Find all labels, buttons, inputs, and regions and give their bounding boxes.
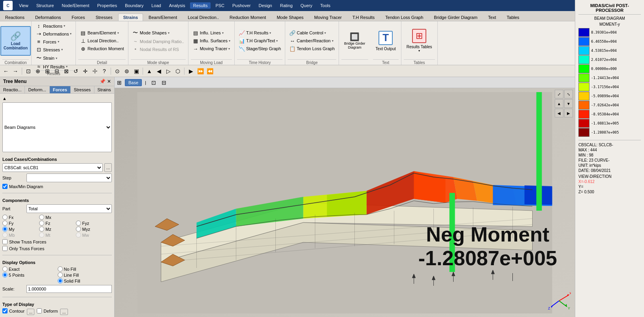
stresses-button[interactable]: ⊡ Stresses ▾	[34, 46, 73, 53]
tree-tab-deform[interactable]: Deform...	[25, 86, 49, 93]
tab-time-history[interactable]: T.H Results	[347, 13, 380, 21]
beam-diagrams-select[interactable]: Beam Diagrams	[2, 102, 112, 152]
radio-no-fill-input[interactable]	[58, 266, 63, 272]
tree-tab-reactions[interactable]: Reactio...	[0, 86, 25, 93]
load-case-browse-button[interactable]: ...	[104, 163, 112, 172]
only-truss-checkbox[interactable]	[2, 246, 8, 251]
tab-deformations[interactable]: Deformations	[30, 13, 66, 21]
radio-myz-input[interactable]	[76, 226, 81, 232]
max-min-checkbox[interactable]	[2, 184, 8, 189]
tab-tables[interactable]: Tables	[502, 13, 525, 21]
move-button[interactable]: ✛	[81, 67, 90, 75]
radio-mz-input[interactable]	[39, 226, 44, 232]
viewport-icon-2[interactable]: ⊟	[160, 78, 168, 87]
deform-settings-button[interactable]: ...	[60, 309, 68, 315]
view-top-button[interactable]: ▲	[145, 67, 154, 75]
radio-solid-fill-input[interactable]	[58, 278, 63, 283]
tab-reduction-moment[interactable]: Reduction Moment	[224, 13, 271, 21]
radio-exact-input[interactable]	[2, 266, 8, 272]
tree-tab-forces[interactable]: Forces	[50, 86, 71, 93]
tab-forces[interactable]: Forces	[66, 13, 90, 21]
step-select[interactable]	[26, 174, 112, 182]
load-combination-button[interactable]: 🔗 LoadCombination	[0, 26, 31, 56]
radio-5points-input[interactable]	[2, 272, 8, 277]
results-tables-button[interactable]: ⊞ Results Tables ▾	[404, 26, 435, 56]
menu-view[interactable]: View	[16, 2, 32, 9]
mode-shapes-button[interactable]: 〜 Mode Shapes ▾	[131, 28, 186, 37]
tab-text[interactable]: Text	[483, 13, 501, 21]
radio-fyz-input[interactable]	[76, 221, 81, 226]
beam-element-button[interactable]: ▤ Beam/Element ▾	[78, 29, 125, 37]
redo-button[interactable]: →	[11, 67, 20, 75]
nav-top-button[interactable]: ▲	[555, 99, 563, 108]
moving-tracer-button[interactable]: → Moving Tracer ▾	[191, 45, 232, 53]
tab-strains[interactable]: Strains	[118, 13, 143, 21]
strain-button[interactable]: 〜 Strain ▾	[34, 54, 73, 62]
menu-design[interactable]: Design	[256, 2, 275, 9]
tab-local-direction[interactable]: Local Direction..	[183, 13, 224, 21]
camber-reaction-button[interactable]: ↔ Camber/Reaction ▾	[288, 37, 336, 45]
step-forward-button[interactable]: ⏩	[196, 67, 205, 75]
tab-bridge-girder[interactable]: Bridge Girder Diagram	[429, 13, 482, 21]
stage-step-button[interactable]: 📉 Stage/Step Graph	[237, 45, 282, 53]
deformations-button[interactable]: ⇢ Deformations ▾	[34, 30, 73, 38]
radio-fz-input[interactable]	[39, 221, 44, 226]
zoom-in-button[interactable]: ⊕	[34, 67, 42, 75]
tree-pin-button[interactable]: 📌	[100, 79, 105, 84]
menu-psc[interactable]: PSC	[212, 2, 228, 9]
menu-node-element[interactable]: Node/Element	[58, 2, 92, 9]
tab-mode-shapes[interactable]: Mode Shapes	[271, 13, 309, 21]
forces-button[interactable]: ≡ Forces ▾	[34, 38, 73, 45]
contour-checkbox[interactable]	[2, 308, 8, 313]
base-view-button[interactable]: Base	[125, 79, 142, 86]
step-back-button[interactable]: ⏪	[205, 67, 214, 75]
th-results-button[interactable]: 📈 T.H Results ▾	[237, 29, 282, 37]
rotate-button[interactable]: ↺	[72, 67, 80, 75]
radio-fx-input[interactable]	[2, 215, 8, 220]
menu-properties[interactable]: Properties	[94, 2, 120, 9]
reactions-button[interactable]: ↕ Reactions ▾	[34, 22, 73, 30]
load-case-select[interactable]: CBSCall: scLCB1	[2, 163, 103, 172]
node-button[interactable]: ⊙	[113, 67, 122, 75]
menu-analysis[interactable]: Analysis	[166, 2, 188, 9]
radio-line-fill-input[interactable]	[58, 272, 63, 277]
select-button[interactable]: ⊡	[24, 67, 33, 75]
view-front-button[interactable]: ◀	[154, 67, 163, 75]
element-button[interactable]: ⊚	[122, 67, 131, 75]
menu-rating[interactable]: Rating	[277, 2, 296, 9]
menu-structure[interactable]: Structure	[33, 2, 57, 9]
tree-close-button[interactable]: ✕	[107, 79, 111, 84]
radio-my-input[interactable]	[2, 226, 8, 232]
deform-checkbox[interactable]	[37, 308, 42, 313]
reduction-moment-button[interactable]: ⊕ Reduction Moment	[78, 45, 125, 53]
radio-fy-input[interactable]	[2, 221, 8, 226]
query-button[interactable]: ?	[100, 67, 109, 75]
viewport-icon-1[interactable]: ⊡	[149, 78, 158, 87]
pan-button[interactable]: ☩	[90, 67, 99, 75]
view-iso-button[interactable]: ⬡	[173, 67, 182, 75]
th-graph-button[interactable]: 📊 T.H Graph/Text ▾	[237, 37, 282, 45]
zoom-all-button[interactable]: ⊞	[43, 67, 52, 75]
influ-lines-button[interactable]: ▤ Influ. Lines ▾	[191, 29, 232, 37]
tab-beam-element[interactable]: Beam/Element	[143, 13, 182, 21]
part-select[interactable]: Total	[26, 204, 112, 213]
tree-tab-stresses[interactable]: Stresses	[71, 86, 94, 93]
local-direction-button[interactable]: ⊥ Local Direction..	[78, 37, 125, 45]
tab-moving-tracer[interactable]: Moving Tracer	[309, 13, 347, 21]
zoom-window-button[interactable]: ⊟	[53, 67, 61, 75]
menu-boundary[interactable]: Boundary	[122, 2, 147, 9]
nav-right-button[interactable]: ▶	[564, 109, 573, 117]
tab-stresses[interactable]: Stresses	[90, 13, 118, 21]
scale-input[interactable]	[26, 285, 112, 293]
show-truss-checkbox[interactable]	[2, 239, 8, 244]
nav-left-button[interactable]: ◀	[555, 109, 563, 117]
radio-mx-input[interactable]	[39, 215, 44, 220]
contour-settings-button[interactable]: ...	[27, 309, 34, 315]
text-output-button[interactable]: T Text Output	[373, 26, 399, 56]
tab-tendon-loss[interactable]: Tendon Loss Graph	[380, 13, 428, 21]
tree-tab-strains[interactable]: Strains	[94, 86, 115, 93]
menu-query[interactable]: Query	[298, 2, 316, 9]
menu-pushover[interactable]: Pushover	[229, 2, 254, 9]
display-button[interactable]: ▣	[132, 67, 141, 75]
undo-button[interactable]: ←	[2, 67, 10, 75]
